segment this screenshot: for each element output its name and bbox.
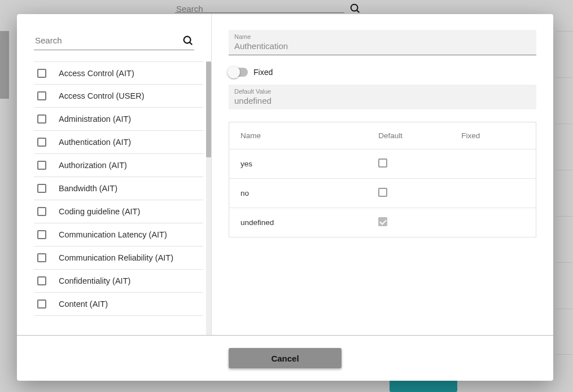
table-row: undefined [229, 208, 536, 237]
option-name: no [229, 179, 368, 208]
checkbox-checked-icon[interactable] [378, 217, 387, 226]
checkbox-icon[interactable] [37, 276, 46, 285]
list-item-label: Access Control (AIT) [59, 69, 134, 78]
checkbox-icon[interactable] [37, 207, 46, 216]
checkbox-icon[interactable] [37, 253, 46, 262]
list-item[interactable]: Access Control (USER) [34, 85, 203, 108]
option-name: undefined [229, 208, 368, 237]
dialog-search[interactable] [34, 31, 194, 50]
property-list: Access Control (AIT) Access Control (USE… [34, 61, 203, 316]
list-item[interactable]: Communication Reliability (AIT) [34, 246, 203, 270]
list-item[interactable]: Communication Latency (AIT) [34, 223, 203, 246]
toggle-knob-icon [228, 66, 240, 78]
col-default: Default [367, 122, 450, 149]
list-item[interactable]: Authentication (AIT) [34, 131, 203, 154]
scrollbar-thumb[interactable] [206, 61, 211, 157]
bg-left-scroll-thumb [0, 31, 9, 99]
list-item-label: Administration (AIT) [59, 114, 131, 124]
list-item[interactable]: Access Control (AIT) [34, 61, 203, 85]
checkbox-icon[interactable] [37, 69, 46, 78]
dialog: Access Control (AIT) Access Control (USE… [17, 14, 553, 381]
dialog-footer: Cancel [17, 336, 553, 381]
option-name: yes [229, 149, 368, 179]
search-icon[interactable] [349, 2, 361, 15]
list-item[interactable]: Administration (AIT) [34, 108, 203, 131]
checkbox-icon[interactable] [37, 138, 46, 147]
default-value-value: undefined [234, 96, 272, 105]
checkbox-icon[interactable] [37, 161, 46, 170]
name-field[interactable]: Name Authentication [229, 30, 536, 55]
svg-point-2 [184, 36, 191, 43]
option-default-cell [367, 149, 450, 179]
fixed-toggle[interactable] [229, 68, 248, 77]
checkbox-icon[interactable] [37, 299, 46, 309]
checkbox-icon[interactable] [37, 114, 46, 124]
list-item[interactable]: Authorization (AIT) [34, 154, 203, 177]
checkbox-icon[interactable] [378, 158, 387, 168]
checkbox-icon[interactable] [378, 188, 387, 197]
option-fixed-cell [450, 179, 536, 208]
name-field-value: Authentication [234, 41, 288, 51]
list-item-label: Confidentiality (AIT) [59, 276, 130, 285]
list-item[interactable]: Coding guideline (AIT) [34, 200, 203, 223]
cancel-button[interactable]: Cancel [229, 348, 342, 368]
list-item[interactable]: Bandwidth (AIT) [34, 177, 203, 200]
list-item[interactable]: Confidentiality (AIT) [34, 270, 203, 293]
options-table: Name Default Fixed yes no [229, 122, 536, 237]
table-row: yes [229, 149, 536, 179]
table-header-row: Name Default Fixed [229, 122, 536, 149]
list-item-label: Access Control (USER) [59, 91, 144, 100]
option-fixed-cell [450, 208, 536, 237]
search-icon[interactable] [182, 34, 194, 47]
list-item-label: Communication Latency (AIT) [59, 230, 167, 239]
default-value-label: Default Value [234, 88, 531, 95]
left-panel: Access Control (AIT) Access Control (USE… [17, 14, 212, 335]
checkbox-icon[interactable] [37, 184, 46, 193]
option-fixed-cell [450, 149, 536, 179]
default-value-field[interactable]: Default Value undefined [229, 85, 536, 109]
table-row: no [229, 179, 536, 208]
option-default-cell [367, 179, 450, 208]
dialog-body: Access Control (AIT) Access Control (USE… [17, 14, 553, 336]
list-item-label: Content (AIT) [59, 299, 108, 309]
list-item[interactable]: Content (AIT) [34, 293, 203, 316]
page-search-input[interactable] [175, 2, 344, 16]
svg-point-0 [351, 5, 358, 11]
bg-primary-button [390, 380, 457, 392]
list-container: Access Control (AIT) Access Control (USE… [17, 61, 211, 335]
checkbox-icon[interactable] [37, 230, 46, 239]
page-search-underline [175, 12, 344, 13]
list-item-label: Communication Reliability (AIT) [59, 253, 173, 262]
list-item-label: Coding guideline (AIT) [59, 207, 140, 216]
right-panel: Name Authentication Fixed Default Value … [212, 14, 553, 335]
list-item-label: Bandwidth (AIT) [59, 184, 117, 193]
fixed-toggle-row: Fixed [229, 68, 536, 77]
fixed-toggle-label: Fixed [253, 68, 273, 77]
svg-line-3 [190, 42, 192, 44]
svg-line-1 [357, 10, 359, 12]
col-name: Name [229, 122, 368, 149]
col-fixed: Fixed [450, 122, 536, 149]
option-default-cell [367, 208, 450, 237]
bg-right-rows [556, 31, 573, 355]
name-field-label: Name [234, 33, 531, 40]
list-item-label: Authentication (AIT) [59, 138, 131, 147]
checkbox-icon[interactable] [37, 91, 46, 100]
list-item-label: Authorization (AIT) [59, 161, 127, 170]
dialog-search-input[interactable] [34, 33, 178, 47]
